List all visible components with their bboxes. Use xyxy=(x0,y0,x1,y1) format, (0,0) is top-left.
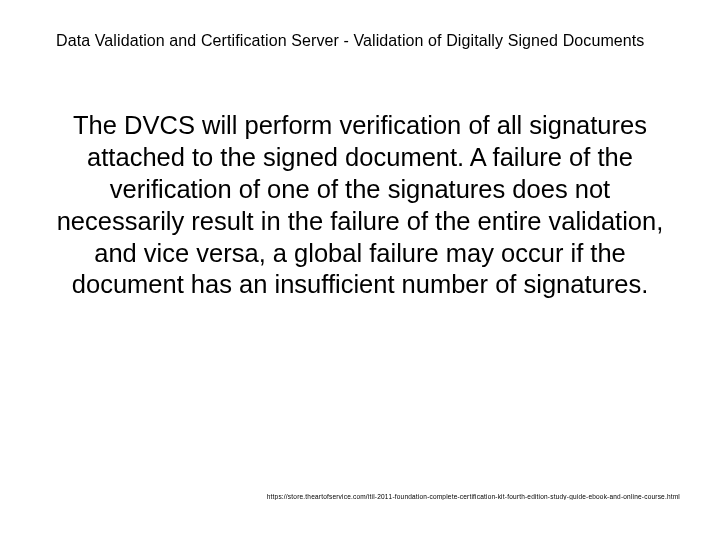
slide-body-text: The DVCS will perform verification of al… xyxy=(56,110,664,301)
slide-footer-url: https://store.theartofservice.com/itil-2… xyxy=(56,493,680,500)
slide: Data Validation and Certification Server… xyxy=(0,0,720,540)
slide-title: Data Validation and Certification Server… xyxy=(56,32,680,50)
